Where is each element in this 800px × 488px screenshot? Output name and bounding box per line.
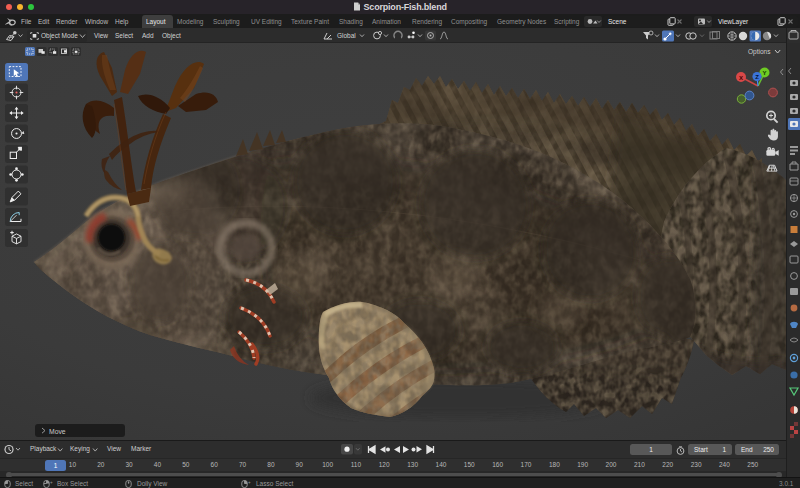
svg-text:X: X <box>739 75 743 81</box>
svg-text:Options: Options <box>748 48 771 56</box>
svg-text:Z: Z <box>755 74 759 80</box>
svg-text:Global: Global <box>337 32 356 39</box>
svg-text:Move: Move <box>49 428 66 435</box>
svg-text:Scene: Scene <box>608 18 627 25</box>
svg-text:+: + <box>50 480 53 485</box>
svg-text:+: + <box>248 480 251 485</box>
svg-text:ViewLayer: ViewLayer <box>718 18 749 26</box>
svg-text:Y: Y <box>762 70 766 76</box>
